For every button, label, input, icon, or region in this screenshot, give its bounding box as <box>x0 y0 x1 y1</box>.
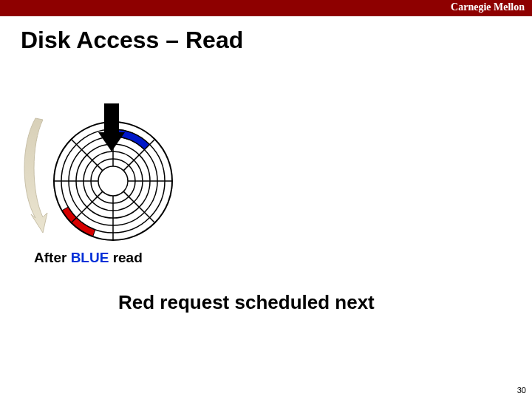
page-number: 30 <box>517 386 526 395</box>
caption-text: After BLUE read <box>34 250 143 266</box>
caption-blue-word: BLUE <box>71 250 109 265</box>
page-title: Disk Access – Read <box>21 27 532 54</box>
disk-platter <box>54 103 172 240</box>
caption-after: read <box>109 250 142 265</box>
disk-diagram <box>13 103 198 251</box>
svg-rect-15 <box>104 103 119 134</box>
subtitle-text: Red request scheduled next <box>118 291 375 314</box>
header-bar: Carnegie Mellon <box>0 0 532 16</box>
caption-before: After <box>34 250 71 265</box>
rotation-arrow-icon <box>24 118 47 233</box>
brand-text: Carnegie Mellon <box>451 1 525 13</box>
